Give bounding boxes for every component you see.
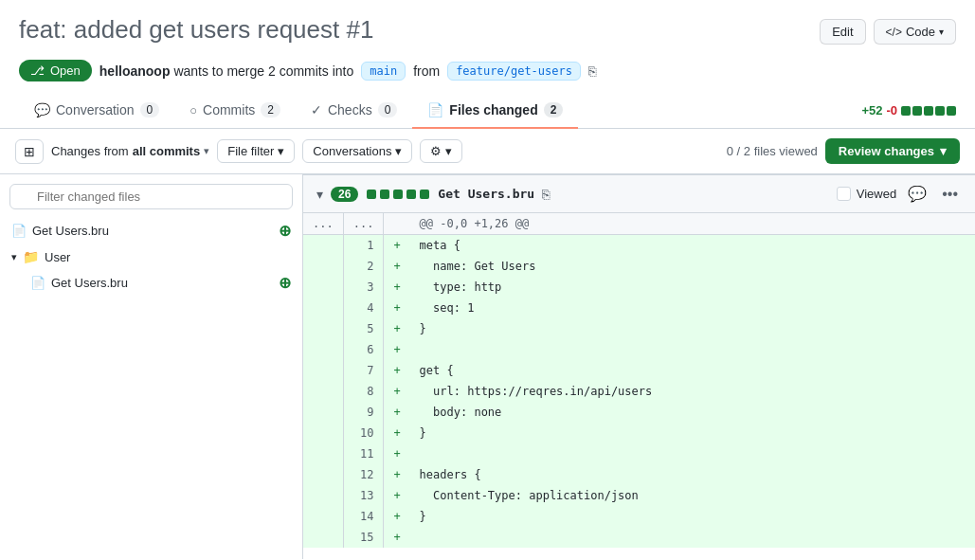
file-filter-label: File filter — [227, 144, 274, 158]
diff-file-name: Get Users.bru — [438, 187, 534, 201]
new-line-num: 6 — [343, 339, 384, 360]
diff-sign: + — [384, 318, 410, 339]
tab-files-changed[interactable]: 📄 Files changed 2 — [412, 93, 578, 129]
copy-filename-icon[interactable]: ⎘ — [542, 187, 550, 202]
tab-checks-label: Checks — [328, 102, 372, 117]
diff-sign: + — [384, 360, 410, 381]
file-filter-arrow-icon: ▾ — [278, 144, 284, 158]
table-row: 1 + meta { — [303, 235, 975, 257]
tab-commits[interactable]: ○ Commits 2 — [174, 93, 296, 129]
collapse-diff-icon[interactable]: ▾ — [316, 187, 323, 202]
old-line-num — [303, 256, 343, 277]
files-changed-icon: 📄 — [427, 102, 443, 117]
nested-file-icon: 📄 — [30, 276, 45, 290]
tab-checks[interactable]: ✓ Checks 0 — [296, 93, 412, 129]
pr-title: feat: added get users request #1 — [19, 15, 373, 45]
old-line-num — [303, 381, 343, 402]
viewed-label[interactable]: Viewed — [837, 187, 896, 201]
diff-sign: + — [384, 423, 410, 443]
filter-files-input[interactable] — [9, 184, 293, 209]
settings-button[interactable]: ⚙ ▾ — [420, 139, 462, 163]
file-name-root: Get Users.bru — [32, 224, 109, 238]
diff-deletions: -0 — [886, 103, 897, 117]
main-content: 🔍 📄 Get Users.bru ⊕ ▾ 📁 User 📄 Get Users… — [0, 174, 975, 559]
conversations-button[interactable]: Conversations ▾ — [302, 139, 412, 163]
code-label: Code — [906, 25, 935, 39]
folder-item-user[interactable]: ▾ 📁 User — [0, 244, 302, 269]
pr-header-actions: Edit </> Code ▾ — [820, 19, 956, 45]
pr-author: helloanoop — [99, 63, 171, 79]
expand-sidebar-button[interactable]: ⊞ — [15, 139, 44, 164]
target-branch[interactable]: main — [361, 62, 406, 81]
diff-sign: + — [384, 339, 410, 360]
table-row: 8 + url: https://reqres.in/api/users — [303, 381, 975, 402]
table-row: 7 + get { — [303, 360, 975, 381]
table-row: 3 + type: http — [303, 277, 975, 298]
diff-sign: + — [384, 256, 410, 277]
new-line-num: 2 — [343, 256, 384, 277]
search-wrapper: 🔍 — [9, 184, 293, 209]
diff-additions: +52 — [861, 103, 882, 117]
diff-count-bar-2 — [380, 190, 389, 199]
tab-commits-label: Commits — [203, 102, 255, 117]
diff-sign: + — [384, 277, 410, 298]
diff-bar-4 — [935, 106, 945, 116]
diff-hunk-header: ... ... @@ -0,0 +1,26 @@ — [303, 213, 975, 235]
copy-branch-icon[interactable]: ⎘ — [588, 63, 596, 79]
diff-line-content: type: http — [410, 277, 975, 298]
diff-sign: + — [384, 381, 410, 402]
file-tree-item-nested-get-users[interactable]: 📄 Get Users.bru ⊕ — [0, 269, 302, 297]
file-filter-button[interactable]: File filter ▾ — [217, 139, 295, 163]
viewed-checkbox[interactable] — [837, 187, 851, 201]
code-button[interactable]: </> Code ▾ — [874, 19, 956, 45]
old-line-num — [303, 235, 343, 257]
old-line-num — [303, 443, 343, 464]
hunk-sign — [384, 213, 410, 235]
add-file-button-nested[interactable]: ⊕ — [279, 274, 291, 292]
diff-sign: + — [384, 443, 410, 464]
diff-area: ▾ 26 Get Users.bru ⎘ Viewed — [303, 174, 975, 559]
page-wrapper: feat: added get users request #1 Edit </… — [0, 0, 975, 560]
table-row: 11 + — [303, 443, 975, 464]
file-tree-item-root-get-users[interactable]: 📄 Get Users.bru ⊕ — [0, 217, 302, 244]
diff-count-bar-1 — [367, 190, 376, 199]
add-file-button-root[interactable]: ⊕ — [279, 222, 291, 240]
pr-status-text: Open — [50, 63, 81, 78]
hunk-content: @@ -0,0 +1,26 @@ — [410, 213, 975, 235]
edit-button[interactable]: Edit — [820, 19, 865, 45]
diff-sign: + — [384, 527, 410, 548]
tabs-bar: 💬 Conversation 0 ○ Commits 2 ✓ Checks 0 … — [0, 93, 975, 129]
table-row: 14 + } — [303, 506, 975, 527]
new-line-num: 15 — [343, 527, 384, 548]
review-changes-button[interactable]: Review changes ▾ — [825, 138, 960, 164]
diff-line-content: headers { — [410, 464, 975, 485]
pr-title-text: feat: added get users request — [19, 15, 339, 44]
tab-checks-count: 0 — [378, 102, 398, 117]
comment-diff-button[interactable]: 💬 — [904, 183, 930, 205]
more-options-button[interactable]: ••• — [938, 184, 962, 205]
search-box: 🔍 — [0, 184, 302, 217]
changes-from-dropdown[interactable]: Changes from all commits ▾ — [51, 144, 209, 158]
diff-sign: + — [384, 464, 410, 485]
diff-line-content: } — [410, 423, 975, 443]
tab-conversation[interactable]: 💬 Conversation 0 — [19, 93, 174, 129]
viewed-counter: 0 / 2 files viewed — [727, 144, 818, 158]
source-branch[interactable]: feature/get-users — [447, 62, 581, 81]
diff-line-content: meta { — [410, 235, 975, 257]
commits-icon: ○ — [190, 103, 197, 117]
diff-count-bar-4 — [406, 190, 416, 199]
pr-meta-text: helloanoop wants to merge 2 commits into — [99, 63, 353, 79]
new-line-num: 7 — [343, 360, 384, 381]
diff-line-count: 26 — [331, 187, 358, 202]
viewed-text: Viewed — [857, 187, 896, 201]
tab-files-changed-count: 2 — [544, 102, 564, 117]
open-icon: ⎇ — [30, 63, 45, 78]
diff-file-header-left: ▾ 26 Get Users.bru ⎘ — [316, 187, 550, 202]
diff-line-content — [410, 339, 975, 360]
tab-conversation-count: 0 — [140, 102, 160, 117]
diff-line-content: seq: 1 — [410, 298, 975, 318]
diff-count-bar-5 — [420, 190, 429, 199]
conversations-label: Conversations — [313, 144, 391, 158]
diff-line-content: } — [410, 318, 975, 339]
old-line-num — [303, 360, 343, 381]
